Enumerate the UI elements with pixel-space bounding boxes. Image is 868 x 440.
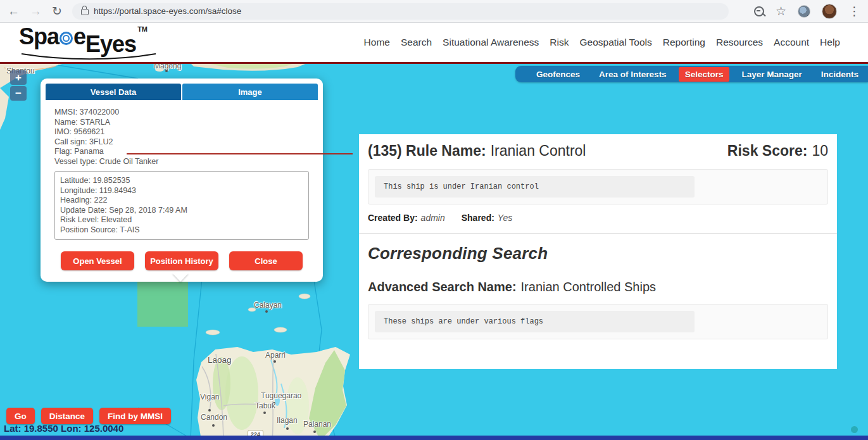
nav-situational-awareness[interactable]: Situational Awareness xyxy=(443,37,539,48)
zoom-in-button[interactable]: + xyxy=(10,70,27,85)
watermark-icon xyxy=(851,426,858,433)
back-icon[interactable]: ← xyxy=(8,5,20,17)
corresponding-search-title: Corresponding Search xyxy=(368,244,828,263)
vessel-longitude: Longitude: 119.84943 xyxy=(60,186,303,196)
zoom-out-page-icon[interactable] xyxy=(754,6,764,16)
distance-button[interactable]: Distance xyxy=(41,408,93,424)
map-label-ilagan: Ilagan xyxy=(277,416,298,425)
browser-menu-icon[interactable]: ⋮ xyxy=(848,5,860,17)
vessel-mmsi: MMSI: 374022000 xyxy=(54,108,309,118)
profile-avatar[interactable] xyxy=(822,4,837,19)
map-label-palanan: Palanan xyxy=(303,420,331,429)
nav-help[interactable]: Help xyxy=(820,37,840,48)
search-description: These ships are under various flags xyxy=(375,311,695,332)
nav-search[interactable]: Search xyxy=(401,37,432,48)
vessel-type: Vessel type: Crude Oil Tanker xyxy=(54,157,309,167)
vessel-flag: Flag: Panama xyxy=(54,147,309,157)
rule-meta: Created By:adminShared:Yes xyxy=(368,213,828,223)
tab-image[interactable]: Image xyxy=(182,84,318,100)
map-city-dot xyxy=(313,431,316,433)
annotation-line xyxy=(127,153,353,154)
map-label-calayan: Calayan xyxy=(254,301,282,310)
open-vessel-button[interactable]: Open Vessel xyxy=(61,251,134,270)
vessel-position-box: Latitude: 19.852535 Longitude: 119.84943… xyxy=(54,171,309,240)
map-label-aparri: Aparri xyxy=(265,351,286,360)
find-by-mmsi-button[interactable]: Find by MMSI xyxy=(99,408,171,424)
rule-title: (135) Rule Name:Iranian Control xyxy=(368,142,586,160)
vessel-update-date: Update Date: Sep 28, 2018 7:49 AM xyxy=(60,206,303,216)
rule-description-well: This ship is under Iranian control xyxy=(368,169,828,204)
site-header: SpaeEyesTM Home Search Situational Aware… xyxy=(0,23,868,64)
vessel-name: Name: STARLA xyxy=(54,118,309,128)
bookmark-star-icon[interactable]: ☆ xyxy=(776,5,786,17)
go-button[interactable]: Go xyxy=(6,408,35,424)
vessel-risk-level: Risk Level: Elevated xyxy=(60,215,303,225)
rule-description: This ship is under Iranian control xyxy=(375,176,695,198)
geofence-area[interactable] xyxy=(137,274,188,327)
logo-text-space-end: e xyxy=(73,25,85,48)
address-bar[interactable]: https://portal.space-eyes.com/sa#close xyxy=(72,3,729,20)
map-city-dot xyxy=(274,360,276,363)
map-container: Shantou Magong Calayan Aparri Laoag Viga… xyxy=(0,64,868,440)
extension-icon[interactable] xyxy=(798,5,810,18)
rule-name-value: Iranian Control xyxy=(491,142,586,159)
advanced-search-value: Iranian Controlled Ships xyxy=(521,280,656,294)
map-city-dot xyxy=(165,70,168,72)
map-label-laoag: Laoag xyxy=(208,355,232,365)
nav-risk[interactable]: Risk xyxy=(550,37,569,48)
incidents-button[interactable]: Incidents xyxy=(812,70,868,79)
map-label-tuguegarao: Tuguegarao xyxy=(261,391,301,400)
advanced-search-name: Advanced Search Name:Iranian Controlled … xyxy=(368,280,828,294)
area-of-interests-button[interactable]: Area of Interests xyxy=(589,70,676,79)
position-history-button[interactable]: Position History xyxy=(145,251,218,270)
panel-divider xyxy=(359,233,837,234)
bottom-strip xyxy=(0,436,868,440)
risk-score-label: Risk Score: xyxy=(727,142,808,159)
logo-text-eyes: Eyes xyxy=(85,33,136,56)
selectors-button[interactable]: Selectors xyxy=(679,67,730,82)
map-toolbar: Geofences Area of Interests Selectors La… xyxy=(515,66,868,82)
map-zoom-control: + − xyxy=(10,70,27,101)
ssl-lock-icon xyxy=(81,9,89,15)
reload-icon[interactable]: ↻ xyxy=(52,5,62,17)
geofences-button[interactable]: Geofences xyxy=(527,70,589,79)
advanced-search-label: Advanced Search Name: xyxy=(368,280,517,294)
map-city-dot xyxy=(263,412,266,414)
created-by-value: admin xyxy=(421,213,445,223)
nav-account[interactable]: Account xyxy=(774,37,809,48)
rule-panel: (135) Rule Name:Iranian Control Risk Sco… xyxy=(359,134,837,369)
main-nav: Home Search Situational Awareness Risk G… xyxy=(364,37,849,48)
map-label-vigan: Vigan xyxy=(200,393,219,401)
nav-resources[interactable]: Resources xyxy=(716,37,763,48)
shared-label: Shared: xyxy=(462,213,494,223)
close-button[interactable]: Close xyxy=(229,251,303,270)
vessel-latitude: Latitude: 19.852535 xyxy=(60,176,303,186)
logo[interactable]: SpaeEyesTM xyxy=(19,24,148,61)
islands-babuyan xyxy=(206,294,310,335)
map-city-dot xyxy=(212,424,215,427)
cursor-coordinates: Lat: 19.8550 Lon: 125.0040 xyxy=(4,423,123,434)
map-city-dot xyxy=(265,310,268,313)
zoom-out-button[interactable]: − xyxy=(10,86,27,101)
land-china-strip xyxy=(0,88,9,130)
nav-geospatial-tools[interactable]: Geospatial Tools xyxy=(579,37,651,48)
popup-pointer xyxy=(172,273,189,282)
risk-score: Risk Score:10 xyxy=(727,142,828,160)
logo-swoosh xyxy=(20,53,158,61)
map-city-dot xyxy=(208,409,211,412)
search-description-well: These ships are under various flags xyxy=(368,304,828,339)
nav-home[interactable]: Home xyxy=(364,37,390,48)
nav-reporting[interactable]: Reporting xyxy=(663,37,705,48)
vessel-position-source: Position Source: T-AIS xyxy=(60,225,303,236)
tab-vessel-data[interactable]: Vessel Data xyxy=(46,84,181,100)
logo-trademark: TM xyxy=(137,25,148,33)
forward-icon[interactable]: → xyxy=(30,5,42,17)
url-text: https://portal.space-eyes.com/sa#close xyxy=(94,6,241,16)
logo-text-space: Spa xyxy=(19,25,59,48)
vessel-callsign: Call sign: 3FLU2 xyxy=(54,137,309,148)
vessel-heading: Heading: 222 xyxy=(60,196,303,206)
map-label-tabuk: Tabuk xyxy=(255,401,275,410)
layer-manager-button[interactable]: Layer Manager xyxy=(732,70,811,79)
vessel-popup: Vessel Data Image MMSI: 374022000 Name: … xyxy=(41,79,323,282)
map-action-buttons: Go Distance Find by MMSI xyxy=(6,408,171,424)
